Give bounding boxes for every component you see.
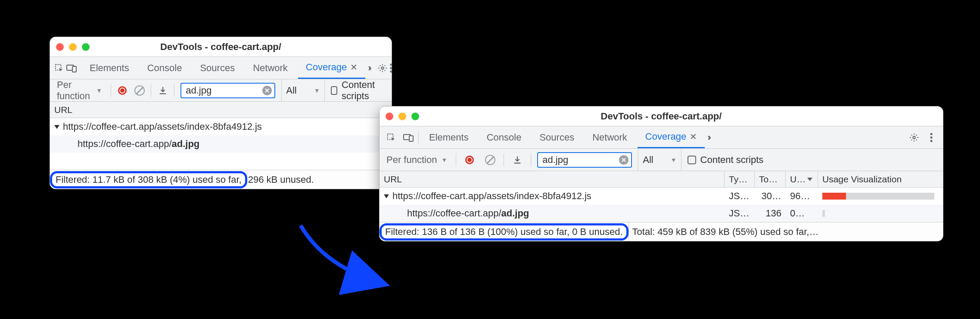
clear-button[interactable] (483, 153, 498, 167)
divider (456, 153, 456, 166)
tab-elements[interactable]: Elements (421, 126, 476, 148)
url-filter-input[interactable]: ad.jpg (180, 83, 275, 98)
table-row (50, 153, 392, 170)
granularity-dropdown[interactable]: Per function ▼ (384, 154, 450, 166)
row-url: https://coffee-cart.app/ (78, 138, 172, 150)
col-usage-viz[interactable]: Usage Visualization (818, 171, 943, 187)
cell-total: 30… (755, 191, 786, 202)
content-scripts-checkbox[interactable]: Content scripts (688, 154, 764, 166)
col-unused[interactable]: U… (786, 171, 818, 187)
divider (151, 84, 151, 97)
cell-type: JS… (725, 191, 755, 202)
tab-network[interactable]: Network (585, 126, 635, 148)
svg-point-10 (913, 136, 915, 139)
url-filter-input[interactable]: ad.jpg (537, 152, 632, 168)
svg-point-4 (390, 63, 392, 66)
panel-tabs: Elements Console Sources Network Coverag… (50, 57, 392, 79)
more-tabs-icon[interactable]: ›› (368, 63, 373, 74)
more-tabs-icon[interactable]: ›› (707, 132, 712, 143)
minimize-window-icon[interactable] (398, 113, 406, 120)
col-url[interactable]: URL (380, 171, 725, 187)
col-type[interactable]: Ty… (725, 171, 755, 187)
svg-rect-2 (72, 66, 76, 72)
settings-icon[interactable] (907, 130, 921, 145)
tab-console[interactable]: Console (479, 126, 529, 148)
cell-total: 136 (755, 208, 786, 219)
col-url[interactable]: URL (50, 102, 392, 118)
download-icon (513, 155, 522, 165)
filtered-status-rest: 296 kB unused. (247, 174, 317, 185)
tab-network[interactable]: Network (245, 57, 296, 79)
close-tab-icon[interactable]: ✕ (350, 62, 358, 72)
inspect-icon[interactable] (384, 130, 398, 145)
export-button[interactable] (157, 83, 168, 98)
tab-coverage[interactable]: Coverage ✕ (298, 57, 365, 79)
clear-filter-icon[interactable] (262, 86, 272, 95)
tab-label: Console (147, 63, 182, 74)
cell-unused: 0… (786, 208, 818, 219)
close-window-icon[interactable] (56, 43, 64, 51)
table-row[interactable]: https://coffee-cart.app/assets/index-8bf… (50, 118, 392, 135)
table-row[interactable]: https://coffee-cart.app/assets/index-8bf… (380, 188, 943, 205)
kebab-menu-icon[interactable] (924, 130, 939, 145)
content-scripts-checkbox[interactable]: Content scripts (331, 79, 387, 102)
window-controls (386, 113, 429, 120)
usage-bar (822, 193, 934, 200)
close-tab-icon[interactable]: ✕ (690, 131, 697, 142)
col-total[interactable]: To… (755, 171, 786, 187)
row-url: https://coffee-cart.app/assets/index-8bf… (63, 121, 262, 132)
close-window-icon[interactable] (386, 113, 393, 120)
devtools-window-before: DevTools - coffee-cart.app/ Elements Con… (50, 37, 392, 189)
window-title: DevTools - coffee-cart.app/ (429, 111, 937, 122)
tab-label: Coverage (645, 131, 686, 142)
table-row[interactable]: https://coffee-cart.app/ad.jpg JS… 136 0… (380, 205, 943, 222)
divider (111, 84, 111, 97)
table-body: https://coffee-cart.app/assets/index-8bf… (380, 188, 943, 222)
table-body: https://coffee-cart.app/assets/index-8bf… (50, 118, 392, 170)
col-label: Usage Visualization (822, 174, 902, 185)
type-filter-dropdown[interactable]: All ▼ (281, 79, 324, 101)
record-button[interactable] (462, 153, 477, 167)
dropdown-label: All (643, 154, 653, 166)
svg-rect-9 (409, 136, 413, 141)
minimize-window-icon[interactable] (69, 43, 77, 51)
dropdown-label: Per function (57, 79, 92, 102)
tab-console[interactable]: Console (140, 57, 190, 79)
table-header: URL (50, 102, 392, 118)
record-button[interactable] (117, 83, 128, 98)
col-label: U… (790, 174, 806, 185)
svg-point-13 (930, 140, 933, 142)
tab-label: Elements (90, 63, 129, 74)
device-toolbar-icon[interactable] (66, 61, 77, 75)
row-url: https://coffee-cart.app/ (407, 208, 501, 219)
clear-filter-icon[interactable] (619, 155, 628, 165)
inspect-icon[interactable] (54, 61, 64, 75)
titlebar: DevTools - coffee-cart.app/ (380, 106, 943, 126)
zoom-window-icon[interactable] (411, 113, 419, 120)
svg-point-6 (390, 70, 392, 72)
expand-icon[interactable] (54, 125, 59, 129)
table-row[interactable]: https://coffee-cart.app/ad.jpg (50, 135, 392, 153)
export-button[interactable] (510, 153, 525, 167)
kebab-menu-icon[interactable] (390, 61, 392, 75)
window-title: DevTools - coffee-cart.app/ (99, 41, 386, 53)
tab-elements[interactable]: Elements (82, 57, 137, 79)
expand-icon[interactable] (384, 194, 389, 198)
tab-coverage[interactable]: Coverage ✕ (638, 126, 705, 148)
svg-point-11 (930, 133, 933, 135)
divider (531, 153, 531, 166)
svg-point-12 (930, 136, 933, 138)
chevron-down-icon: ▼ (96, 87, 102, 94)
checkbox-label: Content scripts (342, 79, 387, 102)
checkbox-icon (688, 156, 696, 164)
settings-icon[interactable] (378, 61, 387, 75)
checkbox-icon (331, 86, 338, 95)
granularity-dropdown[interactable]: Per function ▼ (54, 79, 105, 102)
type-filter-dropdown[interactable]: All ▼ (638, 149, 681, 171)
device-toolbar-icon[interactable] (401, 130, 416, 145)
zoom-window-icon[interactable] (82, 43, 90, 51)
clear-button[interactable] (134, 83, 145, 98)
tab-sources[interactable]: Sources (192, 57, 243, 79)
tab-sources[interactable]: Sources (532, 126, 582, 148)
status-bar: Filtered: 11.7 kB of 308 kB (4%) used so… (50, 170, 392, 189)
